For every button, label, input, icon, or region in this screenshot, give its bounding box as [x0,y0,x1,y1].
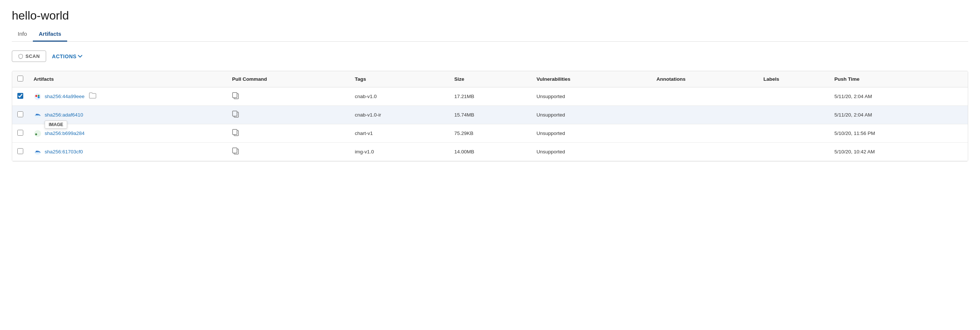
svg-rect-7 [36,115,37,116]
svg-rect-13 [232,111,237,116]
header-size: Size [449,71,531,87]
svg-rect-23 [37,151,38,151]
svg-point-2 [38,96,40,98]
tab-artifacts[interactable]: Artifacts [33,27,67,42]
svg-point-1 [35,95,38,97]
row1-checkbox[interactable] [18,93,23,99]
tab-bar: Info Artifacts [12,27,968,42]
svg-rect-25 [232,148,237,153]
header-artifacts: Artifacts [29,71,227,87]
row2-size: 15.74MB [449,106,531,124]
row2-pull-command-cell [227,106,350,124]
row3-checkbox[interactable] [18,130,23,136]
row3-artifact-link[interactable]: sha256:b699a284 [45,130,84,136]
scan-button[interactable]: SCAN [12,51,46,62]
svg-rect-21 [39,152,40,152]
tooltip-image: IMAGE [45,121,67,129]
row3-checkbox-cell [12,124,29,143]
svg-rect-9 [39,115,40,116]
row4-checkbox-cell [12,143,29,161]
row4-artifact-cell: sha256:61703cf0 [29,143,227,161]
copy-icon[interactable] [232,129,239,136]
row3-annotations [651,124,759,143]
helm-icon: ⎈ [33,129,42,138]
copy-icon[interactable] [232,111,239,118]
row3-vulnerabilities: Unsupported [531,124,651,143]
row1-checkbox-cell [12,87,29,106]
row2-labels [758,106,829,124]
row2-push-time: 5/11/20, 2:04 AM [829,106,968,124]
row4-size: 14.00MB [449,143,531,161]
row4-vulnerabilities: Unsupported [531,143,651,161]
tab-info[interactable]: Info [12,27,33,42]
row3-pull-command-cell [227,124,350,143]
row2-tooltip-wrap: sha256:adaf6410 IMAGE [45,112,83,117]
header-checkbox-cell [12,71,29,87]
actions-label: ACTIONS [52,54,77,59]
row2-checkbox-cell [12,106,29,124]
row1-artifact-link[interactable]: sha256:44a99eee [45,94,84,99]
row4-artifact-link[interactable]: sha256:61703cf0 [45,149,83,154]
header-vulnerabilities: Vulnerabilities [531,71,651,87]
row1-push-time: 5/11/20, 2:04 AM [829,87,968,106]
header-push-time: Push Time [829,71,968,87]
copy-icon[interactable] [232,148,239,155]
toolbar: SCAN ACTIONS [12,51,968,62]
svg-rect-22 [36,151,37,151]
svg-rect-17 [232,129,237,135]
shield-icon [18,54,23,59]
header-labels: Labels [758,71,829,87]
row2-checkbox[interactable] [18,111,23,117]
row2-annotations [651,106,759,124]
row1-vulnerabilities: Unsupported [531,87,651,106]
row4-push-time: 5/10/20, 10:42 AM [829,143,968,161]
row3-labels [758,124,829,143]
row4-pull-command-cell [227,143,350,161]
row4-labels [758,143,829,161]
row4-annotations [651,143,759,161]
header-annotations: Annotations [651,71,759,87]
select-all-checkbox[interactable] [18,76,23,81]
svg-rect-20 [37,152,38,152]
row1-artifact-cell: sha256:44a99eee [29,87,227,106]
scan-label: SCAN [25,54,40,59]
row1-labels [758,87,829,106]
table-header-row: Artifacts Pull Command Tags Size Vulnera… [12,71,968,87]
row1-annotations [651,87,759,106]
svg-rect-8 [37,115,38,116]
header-tags: Tags [350,71,449,87]
row2-artifact-link[interactable]: sha256:adaf6410 [45,112,83,117]
row3-size: 75.29KB [449,124,531,143]
folder-icon[interactable] [89,92,96,101]
table-row: sha256:61703cf0 img-v1.0 14.00MB Unsuppo… [12,143,968,161]
docker-icon [33,111,42,119]
row2-artifact-cell: sha256:adaf6410 IMAGE [29,106,227,124]
docker-icon [33,148,42,156]
chevron-down-icon [78,55,82,58]
page-title: hello-world [12,9,968,22]
row4-checkbox[interactable] [18,148,23,154]
artifacts-table: Artifacts Pull Command Tags Size Vulnera… [12,71,968,162]
row2-vulnerabilities: Unsupported [531,106,651,124]
svg-point-3 [38,94,40,96]
row1-size: 17.21MB [449,87,531,106]
table-row: ⎈ sha256:b699a284 chart-v1 75.29KB Unsu [12,124,968,143]
row3-push-time: 5/10/20, 11:56 PM [829,124,968,143]
table-row: sha256:adaf6410 IMAGE cnab-v1.0-ir 15.74… [12,106,968,124]
svg-rect-10 [36,114,37,114]
row2-tags: cnab-v1.0-ir [350,106,449,124]
copy-icon[interactable] [232,92,239,100]
svg-rect-5 [232,92,237,98]
row3-tags: chart-v1 [350,124,449,143]
svg-rect-11 [37,114,38,114]
header-pull-command: Pull Command [227,71,350,87]
table-row: sha256:44a99eee [12,87,968,106]
row4-tags: img-v1.0 [350,143,449,161]
svg-point-0 [34,93,41,100]
actions-button[interactable]: ACTIONS [52,54,83,59]
row1-pull-command-cell [227,87,350,106]
cnab-icon [33,92,42,101]
row1-tags: cnab-v1.0 [350,87,449,106]
svg-rect-19 [36,152,37,152]
